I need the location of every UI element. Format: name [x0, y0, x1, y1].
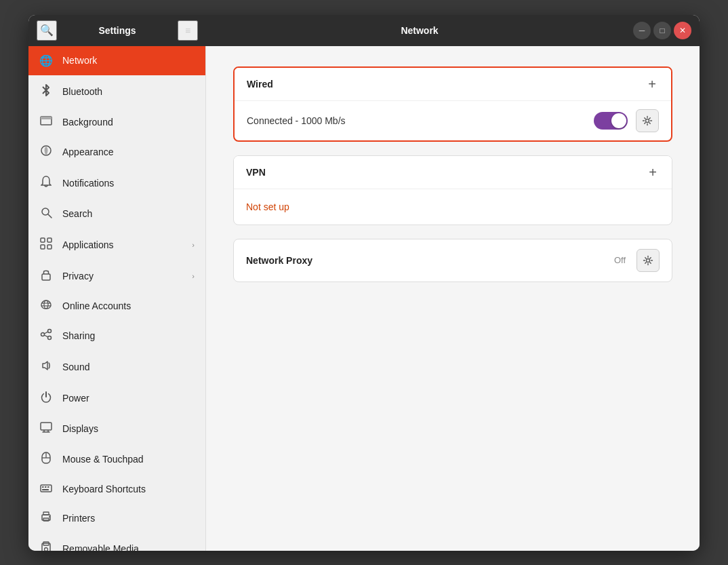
wired-toggle[interactable] [594, 112, 628, 130]
wired-add-button[interactable]: + [645, 77, 659, 91]
svg-rect-9 [42, 274, 50, 280]
proxy-row: Network Proxy Off [234, 239, 672, 281]
wired-section: Wired + Connected - 1000 Mb/s [233, 66, 672, 142]
vpn-add-button[interactable]: + [646, 165, 660, 179]
svg-line-16 [44, 332, 47, 334]
menu-button[interactable]: ≡ [178, 20, 198, 41]
svg-point-37 [647, 258, 650, 262]
sidebar-item-label: Displays [62, 423, 195, 434]
sidebar-item-network[interactable]: 🌐 Network [28, 46, 205, 75]
svg-rect-31 [43, 518, 49, 521]
maximize-button[interactable]: □ [653, 22, 671, 39]
toggle-knob [611, 113, 626, 128]
sidebar-item-applications[interactable]: Applications › [28, 229, 205, 260]
sidebar-item-online-accounts[interactable]: Online Accounts [28, 292, 205, 320]
notifications-icon [39, 176, 53, 191]
sidebar-item-label: Appearance [62, 147, 195, 157]
wired-settings-button[interactable] [636, 109, 659, 132]
svg-rect-25 [42, 486, 44, 488]
svg-rect-18 [41, 423, 52, 430]
svg-rect-26 [45, 486, 47, 488]
svg-rect-30 [43, 512, 49, 515]
sidebar-item-background[interactable]: Background [28, 108, 205, 136]
svg-point-14 [48, 336, 52, 339]
svg-rect-6 [47, 238, 52, 242]
svg-line-17 [44, 335, 47, 337]
sidebar-item-label: Network [62, 55, 195, 66]
wired-card: Wired + Connected - 1000 Mb/s [233, 66, 672, 142]
svg-point-15 [41, 332, 45, 336]
search-icon-button[interactable]: 🔍 [37, 20, 57, 41]
sidebar-item-label: Privacy [62, 271, 182, 281]
privacy-icon [39, 269, 53, 284]
sidebar-item-displays[interactable]: Displays [28, 414, 205, 444]
svg-line-4 [48, 214, 52, 218]
proxy-card: Network Proxy Off [233, 239, 672, 282]
titlebar: 🔍 Settings ≡ Network ─ □ ✕ [28, 15, 700, 46]
wired-header: Wired + [235, 68, 671, 100]
removable-media-icon [39, 541, 53, 551]
svg-point-10 [44, 300, 48, 309]
sidebar-item-removable-media[interactable]: Removable Media [28, 533, 205, 551]
sidebar-item-appearance[interactable]: Appearance [28, 136, 205, 168]
power-icon [39, 391, 53, 406]
proxy-settings-button[interactable] [636, 249, 660, 272]
sidebar-item-mouse-touchpad[interactable]: Mouse & Touchpad [28, 444, 205, 475]
svg-point-36 [646, 119, 649, 122]
svg-rect-28 [42, 489, 49, 490]
sidebar-item-power[interactable]: Power [28, 383, 205, 414]
titlebar-left: 🔍 Settings ≡ [28, 20, 206, 41]
sidebar-item-printers[interactable]: Printers [28, 503, 205, 533]
chevron-right-icon: › [192, 272, 195, 280]
proxy-section: Network Proxy Off [233, 239, 672, 282]
proxy-title: Network Proxy [246, 255, 606, 266]
sidebar-item-label: Keyboard Shortcuts [62, 484, 195, 494]
wired-title: Wired [247, 79, 273, 90]
bluetooth-icon [39, 83, 53, 100]
sidebar-item-label: Mouse & Touchpad [62, 454, 195, 465]
svg-rect-7 [41, 245, 45, 249]
chevron-right-icon: › [192, 241, 195, 249]
window-controls: ─ □ ✕ [633, 22, 700, 39]
svg-rect-27 [47, 486, 49, 488]
background-icon [39, 116, 53, 128]
vpn-card: VPN + Not set up [233, 155, 672, 225]
sidebar-item-label: Background [62, 117, 195, 128]
sidebar-item-label: Online Accounts [62, 300, 195, 311]
sharing-icon [39, 328, 53, 343]
gear-icon [643, 255, 653, 266]
main-content: Wired + Connected - 1000 Mb/s [206, 46, 700, 551]
vpn-placeholder: Not set up [234, 189, 672, 225]
minimize-button[interactable]: ─ [633, 22, 651, 39]
sidebar-item-privacy[interactable]: Privacy › [28, 260, 205, 292]
sidebar-item-search[interactable]: Search [28, 199, 205, 229]
sidebar-item-label: Printers [62, 513, 195, 524]
svg-rect-8 [47, 245, 52, 249]
close-button[interactable]: ✕ [674, 22, 691, 39]
svg-point-32 [49, 516, 50, 518]
sidebar-item-label: Notifications [62, 178, 195, 189]
gear-icon [642, 115, 653, 126]
sidebar-item-label: Sharing [62, 330, 195, 341]
applications-icon [39, 237, 53, 252]
wired-connection-row: Connected - 1000 Mb/s [235, 100, 671, 140]
sidebar-item-notifications[interactable]: Notifications [28, 168, 205, 199]
printers-icon [39, 511, 53, 525]
sidebar-item-label: Search [62, 208, 195, 219]
sidebar-item-sharing[interactable]: Sharing [28, 320, 205, 351]
sidebar-item-label: Bluetooth [62, 86, 195, 97]
sidebar-item-label: Removable Media [62, 543, 195, 551]
sidebar-item-label: Power [62, 393, 195, 404]
svg-rect-1 [41, 117, 52, 119]
sidebar-item-keyboard-shortcuts[interactable]: Keyboard Shortcuts [28, 475, 205, 503]
proxy-status: Off [614, 255, 626, 265]
content-area: 🌐 Network Bluetooth [28, 46, 700, 551]
page-title: Network [401, 25, 438, 36]
sidebar-item-label: Sound [62, 362, 195, 372]
online-accounts-icon [39, 300, 53, 312]
svg-point-35 [45, 547, 48, 551]
settings-window: 🔍 Settings ≡ Network ─ □ ✕ 🌐 Network [28, 15, 700, 551]
sidebar-item-sound[interactable]: Sound [28, 351, 205, 383]
sidebar-item-bluetooth[interactable]: Bluetooth [28, 75, 205, 108]
search-icon [39, 207, 53, 221]
